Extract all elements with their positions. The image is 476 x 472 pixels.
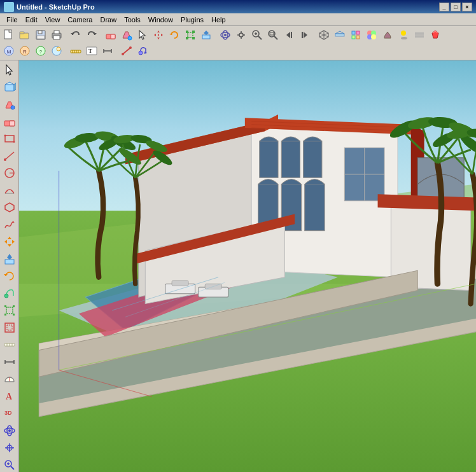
pan-tool-button[interactable] [1, 440, 18, 456]
svg-rect-21 [188, 32, 193, 38]
svg-line-33 [258, 36, 262, 39]
freehand-tool-button[interactable] [1, 216, 18, 233]
sep2 [100, 28, 102, 42]
sky2-button[interactable] [49, 43, 64, 59]
new-button[interactable] [1, 27, 17, 43]
rotate-tool-button[interactable] [1, 268, 18, 284]
svg-line-37 [274, 36, 277, 39]
zoom-extents-button[interactable] [265, 27, 281, 43]
ruby2-button[interactable]: ? [33, 43, 48, 59]
paint-button[interactable] [119, 27, 134, 43]
erase-button[interactable] [103, 27, 118, 43]
polygon-tool-button[interactable] [1, 199, 18, 216]
text2-button[interactable]: T [84, 43, 99, 59]
svg-marker-15 [157, 31, 160, 32]
window-controls[interactable]: _ □ × [439, 3, 472, 11]
menu-file[interactable]: File [3, 15, 22, 25]
svg-marker-27 [204, 31, 209, 35]
svg-point-97 [4, 158, 6, 161]
close-button[interactable]: × [462, 3, 472, 11]
zoom-tool-button[interactable] [1, 457, 18, 472]
svg-marker-16 [157, 38, 160, 39]
svg-text:3D: 3D [4, 410, 12, 416]
followme-button[interactable] [135, 43, 150, 59]
section-plane-button[interactable] [332, 27, 347, 43]
tape-measure-button[interactable] [68, 43, 83, 59]
svg-rect-42 [302, 32, 303, 38]
component-button[interactable] [1, 79, 18, 95]
svg-rect-110 [6, 307, 13, 314]
save-button[interactable] [33, 27, 48, 43]
offset-tool-button[interactable] [1, 319, 18, 336]
print-button[interactable] [49, 27, 64, 43]
minimize-button[interactable]: _ [439, 3, 449, 11]
eraser-tool-button[interactable] [1, 113, 18, 130]
svg-rect-19 [158, 34, 159, 36]
rectangle-tool-button[interactable] [1, 130, 18, 147]
protractor-tool-button[interactable] [1, 371, 18, 387]
fog-button[interactable] [412, 27, 427, 43]
svg-rect-26 [202, 35, 210, 39]
rotate-button[interactable] [167, 27, 182, 43]
styles-button[interactable] [380, 27, 395, 43]
axes-button[interactable]: M [1, 43, 17, 59]
shadows-button[interactable] [396, 27, 411, 43]
followme-tool-button[interactable] [1, 285, 18, 302]
dimension-button[interactable] [100, 43, 115, 59]
orbit-tool-button[interactable] [1, 422, 18, 439]
svg-point-109 [4, 294, 8, 298]
arc-tool-button[interactable] [1, 182, 18, 198]
iso-button[interactable] [316, 27, 332, 43]
svg-rect-165 [281, 141, 300, 177]
orbit-button[interactable] [218, 27, 233, 43]
line-tool-button[interactable] [1, 148, 18, 164]
menu-tools[interactable]: Tools [120, 15, 144, 25]
dimension-tool-button[interactable] [1, 354, 18, 370]
redo-button[interactable] [84, 27, 99, 43]
menu-plugins[interactable]: Plugins [177, 15, 207, 25]
tape-tool-button[interactable] [1, 337, 18, 353]
pushpull-button[interactable] [199, 27, 214, 43]
paint-tool-button[interactable] [1, 96, 18, 113]
open-button[interactable] [17, 27, 32, 43]
svg-marker-47 [335, 31, 344, 34]
menu-view[interactable]: View [41, 15, 64, 25]
previous-view-button[interactable] [281, 27, 297, 43]
svg-marker-17 [154, 34, 156, 36]
zoom-button[interactable] [249, 27, 265, 43]
pan-button[interactable] [234, 27, 249, 43]
menu-window[interactable]: Window [144, 15, 177, 25]
svg-rect-24 [186, 37, 188, 39]
pushpull-tool-button[interactable] [1, 251, 18, 267]
svg-rect-164 [260, 141, 278, 177]
svg-point-95 [13, 141, 15, 143]
menu-camera[interactable]: Camera [64, 15, 96, 25]
scale-tool-button[interactable] [1, 302, 18, 319]
menu-draw[interactable]: Draw [96, 15, 120, 25]
line2-button[interactable] [119, 43, 134, 59]
materials-button[interactable] [364, 27, 379, 43]
circle-tool-button[interactable] [1, 165, 18, 181]
move-button[interactable] [151, 27, 166, 43]
svg-marker-9 [71, 33, 74, 35]
maximize-button[interactable]: □ [451, 3, 461, 11]
viewport[interactable] [19, 60, 476, 472]
ruby-button[interactable] [428, 27, 443, 43]
select-button[interactable] [135, 27, 150, 43]
components-button[interactable] [348, 27, 363, 43]
undo-button[interactable] [68, 27, 83, 43]
camera2-button[interactable]: R [17, 43, 32, 59]
next-view-button[interactable] [297, 27, 312, 43]
move-tool-button[interactable] [1, 233, 18, 250]
3dtext-tool-button[interactable]: 3D [1, 405, 18, 422]
svg-rect-112 [13, 305, 15, 307]
main-area: A 3D [0, 60, 476, 472]
toolbar-row-1 [1, 27, 475, 43]
menu-edit[interactable]: Edit [22, 15, 41, 25]
text-tool-button[interactable]: A [1, 388, 18, 405]
menu-help[interactable]: Help [207, 15, 230, 25]
svg-rect-92 [10, 121, 15, 126]
svg-marker-39 [286, 32, 290, 38]
select-tool-button[interactable] [1, 62, 18, 78]
scale-button[interactable] [183, 27, 198, 43]
